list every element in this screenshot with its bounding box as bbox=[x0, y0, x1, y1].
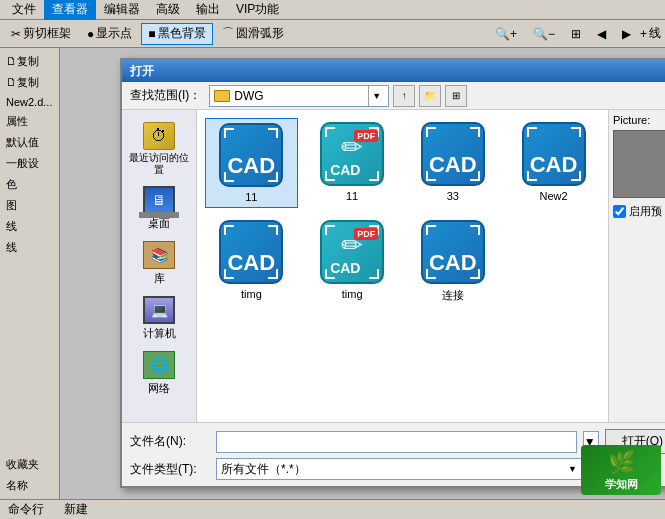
dot-icon: ● bbox=[87, 27, 94, 41]
new-label: 新建 bbox=[64, 501, 88, 518]
nav-recent-label: 最近访问的位置 bbox=[126, 152, 192, 176]
network-icon: 🌐 bbox=[143, 351, 175, 379]
app-sidebar: 🗋复制 🗋复制 New2.d... 属性 默认值 一般设 色 图 线 线 收藏夹… bbox=[0, 48, 60, 499]
nav-library[interactable]: 📚 库 bbox=[124, 237, 194, 290]
file-name-6: 连接 bbox=[442, 288, 464, 303]
file-icon-1: ✏ PDF CAD bbox=[320, 122, 384, 186]
file-name-3: New2 bbox=[540, 190, 568, 202]
file-icon-3: CAD bbox=[522, 122, 586, 186]
file-icon-2: CAD bbox=[421, 122, 485, 186]
nav-computer[interactable]: 💻 计算机 bbox=[124, 292, 194, 345]
cad-label-1: CAD bbox=[330, 162, 360, 178]
watermark-text: 🌿 学知网 bbox=[605, 449, 638, 492]
watermark-logo: 🌿 学知网 bbox=[581, 445, 661, 495]
sidebar-item-copy1[interactable]: 🗋复制 bbox=[2, 52, 57, 71]
zoom-out-btn[interactable]: 🔍− bbox=[526, 23, 562, 45]
enable-preview-checkbox[interactable] bbox=[613, 205, 626, 218]
measure-tr-icon bbox=[470, 225, 480, 235]
dialog-nav: ⏱ 最近访问的位置 🖥 桌面 📚 库 💻 bbox=[122, 110, 197, 422]
measure-tl-icon bbox=[426, 127, 436, 137]
fit-btn[interactable]: ⊞ bbox=[564, 23, 588, 45]
desktop-icon: 🖥 bbox=[143, 186, 175, 214]
cad-label-6: CAD bbox=[429, 250, 477, 276]
look-in-label: 查找范围(I)： bbox=[130, 87, 201, 104]
files-area: CAD 11 bbox=[197, 110, 608, 422]
dropdown-arrow-icon[interactable]: ▼ bbox=[368, 86, 384, 106]
content-area: 🗋复制 🗋复制 New2.d... 属性 默认值 一般设 色 图 线 线 收藏夹… bbox=[0, 48, 665, 499]
filename-label: 文件名(N): bbox=[130, 433, 210, 450]
file-icon-0: CAD bbox=[219, 123, 283, 187]
filetype-arrow-icon[interactable]: ▼ bbox=[568, 464, 577, 474]
folder-icon bbox=[214, 90, 230, 102]
view-toggle-btn[interactable]: ⊞ bbox=[445, 85, 467, 107]
menu-vip[interactable]: VIP功能 bbox=[228, 0, 287, 20]
cad-label-5: CAD bbox=[330, 260, 360, 276]
menu-file[interactable]: 文件 bbox=[4, 0, 44, 20]
pdf-badge-5: PDF bbox=[354, 228, 378, 240]
sidebar-name[interactable]: 名称 bbox=[2, 476, 57, 495]
dialog-title-bar: 打开 bbox=[122, 60, 665, 82]
filename-input[interactable] bbox=[216, 431, 577, 453]
file-item-2[interactable]: CAD 33 bbox=[407, 118, 500, 208]
look-in-combo[interactable]: DWG ▼ bbox=[209, 85, 389, 107]
sidebar-diagram[interactable]: 图 bbox=[2, 196, 57, 215]
zoom-in-btn[interactable]: 🔍+ bbox=[488, 23, 524, 45]
nav-left-btn[interactable]: ◀ bbox=[590, 23, 613, 45]
enable-preview-label: 启用预 bbox=[629, 204, 662, 219]
nav-right-btn[interactable]: ▶ bbox=[615, 23, 638, 45]
sidebar-general[interactable]: 一般设 bbox=[2, 154, 57, 173]
file-name-2: 33 bbox=[447, 190, 459, 202]
file-item-5[interactable]: ✏ PDF CAD timg bbox=[306, 216, 399, 307]
menu-editor[interactable]: 编辑器 bbox=[96, 0, 148, 20]
file-item-1[interactable]: ✏ PDF CAD 11 bbox=[306, 118, 399, 208]
measure-tl-icon bbox=[527, 127, 537, 137]
sidebar-default[interactable]: 默认值 bbox=[2, 133, 57, 152]
sidebar-item-copy2[interactable]: 🗋复制 bbox=[2, 73, 57, 92]
sidebar-favorites[interactable]: 收藏夹 bbox=[2, 455, 57, 474]
menu-output[interactable]: 输出 bbox=[188, 0, 228, 20]
look-in-value: DWG bbox=[234, 89, 368, 103]
filetype-combo[interactable]: 所有文件（*.*） ▼ bbox=[216, 458, 582, 480]
black-bg-btn[interactable]: ■ 黑色背景 bbox=[141, 23, 212, 45]
cut-frame-btn[interactable]: ✂ 剪切框架 bbox=[4, 23, 78, 45]
measure-tl-icon bbox=[325, 127, 335, 137]
smooth-arc-btn[interactable]: ⌒ 圆滑弧形 bbox=[215, 23, 291, 45]
nav-desktop[interactable]: 🖥 桌面 bbox=[124, 182, 194, 235]
measure-tr-icon bbox=[268, 128, 278, 138]
nav-desktop-label: 桌面 bbox=[148, 216, 170, 231]
sidebar-line1[interactable]: 线 bbox=[2, 217, 57, 236]
nav-up-btn[interactable]: ↑ bbox=[393, 85, 415, 107]
measure-tl-icon bbox=[426, 225, 436, 235]
menu-viewer[interactable]: 查看器 bbox=[44, 0, 96, 20]
black-bg-icon: ■ bbox=[148, 27, 155, 41]
picture-preview bbox=[613, 130, 665, 198]
measure-tr-icon bbox=[571, 127, 581, 137]
sidebar-properties[interactable]: 属性 bbox=[2, 112, 57, 131]
computer-icon: 💻 bbox=[143, 296, 175, 324]
command-label: 命令行 bbox=[8, 501, 44, 518]
file-item-0[interactable]: CAD 11 bbox=[205, 118, 298, 208]
sidebar-filename: New2.d... bbox=[2, 94, 57, 110]
nav-network[interactable]: 🌐 网络 bbox=[124, 347, 194, 400]
file-item-6[interactable]: CAD 连接 bbox=[407, 216, 500, 307]
file-icon-4: CAD bbox=[219, 220, 283, 284]
new-folder-icon: 📁 bbox=[424, 90, 436, 101]
file-item-3[interactable]: CAD New2 bbox=[507, 118, 600, 208]
menu-advanced[interactable]: 高级 bbox=[148, 0, 188, 20]
cad-label-3: CAD bbox=[530, 152, 578, 178]
nav-recent[interactable]: ⏱ 最近访问的位置 bbox=[124, 118, 194, 180]
create-folder-btn[interactable]: 📁 bbox=[419, 85, 441, 107]
view-icon: ⊞ bbox=[452, 90, 460, 101]
sidebar-line2[interactable]: 线 bbox=[2, 238, 57, 257]
nav-network-label: 网络 bbox=[148, 381, 170, 396]
sidebar-color[interactable]: 色 bbox=[2, 175, 57, 194]
measure-tr-icon bbox=[470, 127, 480, 137]
main-work-area: 打开 查找范围(I)： DWG ▼ ↑ 📁 bbox=[60, 48, 665, 499]
file-item-4[interactable]: CAD timg bbox=[205, 216, 298, 307]
picture-panel: Picture: 启用预 bbox=[608, 110, 665, 422]
measure-br-icon bbox=[369, 269, 379, 279]
file-name-5: timg bbox=[342, 288, 363, 300]
show-points-btn[interactable]: ● 显示点 bbox=[80, 23, 139, 45]
cad-label-4: CAD bbox=[227, 250, 275, 276]
filetype-label: 文件类型(T): bbox=[130, 461, 210, 478]
